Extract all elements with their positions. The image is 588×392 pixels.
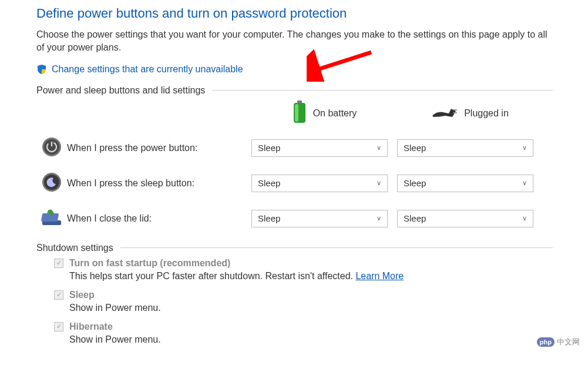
sleep-title: Sleep <box>69 290 95 300</box>
sleep-button-battery-dropdown[interactable]: Sleep ∨ <box>251 175 388 192</box>
sleep-button-battery-value: Sleep <box>258 178 280 188</box>
divider <box>212 90 553 91</box>
fast-startup-checkbox: ✓ <box>54 259 63 268</box>
chevron-down-icon: ∨ <box>377 144 381 152</box>
svg-rect-3 <box>295 104 298 122</box>
annotation-arrow-icon <box>307 46 377 84</box>
power-button-icon <box>42 137 62 159</box>
chevron-down-icon: ∨ <box>377 179 381 187</box>
change-settings-link[interactable]: Change settings that are currently unava… <box>52 64 243 75</box>
watermark-badge: php <box>537 337 555 347</box>
close-lid-plugged-dropdown[interactable]: Sleep ∨ <box>397 210 533 227</box>
sleep-checkbox: ✓ <box>54 290 63 300</box>
fast-startup-title: Turn on fast startup (recommended) <box>69 258 230 269</box>
power-button-plugged-dropdown[interactable]: Sleep ∨ <box>397 139 533 157</box>
plug-icon <box>431 105 458 122</box>
power-button-row-label: When I press the power button: <box>67 143 251 153</box>
sleep-button-plugged-dropdown[interactable]: Sleep ∨ <box>397 175 533 192</box>
shutdown-section-header: Shutdown settings <box>36 243 553 253</box>
chevron-down-icon: ∨ <box>522 215 527 222</box>
power-sleep-header-label: Power and sleep buttons and lid settings <box>36 85 205 96</box>
lid-close-icon <box>40 207 63 230</box>
on-battery-label: On battery <box>313 108 357 119</box>
hibernate-title: Hibernate <box>69 321 113 332</box>
page-title: Define power buttons and turn on passwor… <box>36 6 588 21</box>
power-sleep-section-header: Power and sleep buttons and lid settings <box>36 85 553 96</box>
close-lid-plugged-value: Sleep <box>404 213 426 223</box>
svg-rect-1 <box>297 100 302 103</box>
page-description: Choose the power settings that you want … <box>36 28 553 55</box>
svg-line-0 <box>313 52 371 71</box>
sleep-button-plugged-value: Sleep <box>404 178 426 188</box>
hibernate-checkbox: ✓ <box>54 322 63 331</box>
battery-icon <box>292 100 307 126</box>
close-lid-battery-dropdown[interactable]: Sleep ∨ <box>251 210 388 227</box>
power-button-battery-dropdown[interactable]: Sleep ∨ <box>251 139 388 157</box>
watermark: php 中文网 <box>533 336 583 349</box>
svg-rect-13 <box>41 213 59 222</box>
shutdown-header-label: Shutdown settings <box>36 243 113 253</box>
shield-icon <box>36 64 47 75</box>
close-lid-row-label: When I close the lid: <box>67 213 251 224</box>
chevron-down-icon: ∨ <box>377 215 381 222</box>
power-button-plugged-value: Sleep <box>404 143 426 153</box>
divider <box>120 247 553 248</box>
chevron-down-icon: ∨ <box>522 144 527 152</box>
plugged-in-label: Plugged in <box>464 108 509 119</box>
hibernate-desc: Show in Power menu. <box>69 334 553 345</box>
sleep-button-icon <box>42 172 62 195</box>
svg-rect-5 <box>453 112 457 113</box>
close-lid-battery-value: Sleep <box>258 213 280 223</box>
sleep-button-row-label: When I press the sleep button: <box>67 178 251 189</box>
fast-startup-desc: This helps start your PC faster after sh… <box>69 271 355 281</box>
sleep-desc: Show in Power menu. <box>69 303 553 313</box>
power-button-battery-value: Sleep <box>258 143 280 153</box>
watermark-text: 中文网 <box>557 337 580 347</box>
chevron-down-icon: ∨ <box>522 179 527 187</box>
svg-rect-4 <box>453 109 457 110</box>
learn-more-link[interactable]: Learn More <box>355 271 404 281</box>
